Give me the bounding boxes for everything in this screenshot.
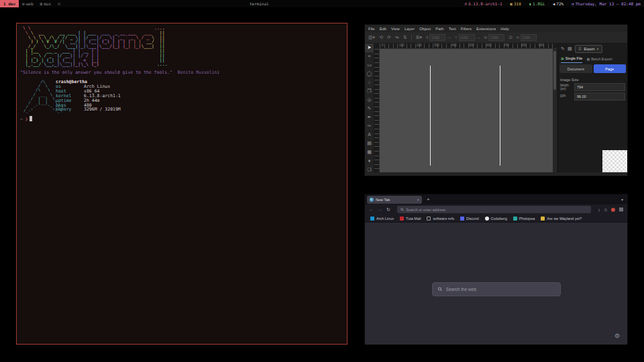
text-cursor: [30, 116, 32, 121]
bookmark-item[interactable]: Tuta Mail: [400, 217, 421, 221]
shell-prompt[interactable]: ~❯: [20, 116, 32, 122]
workspace-1[interactable]: 1 dev: [0, 0, 19, 7]
new-tab-button[interactable]: +: [427, 196, 430, 204]
workspace-3[interactable]: ⊞mux: [37, 0, 54, 7]
menu-item-path[interactable]: Path: [435, 27, 443, 31]
workspace-list: 1 dev⚙web⊞mux❐: [0, 0, 64, 7]
bookmark-item[interactable]: Photopea: [513, 217, 535, 221]
x-spinner[interactable]: −+: [447, 36, 451, 40]
gear-icon[interactable]: ⚙: [614, 333, 620, 339]
ruler-label: 400: [451, 44, 457, 47]
height-field[interactable]: H0.000: [517, 34, 537, 41]
downloads-icon[interactable]: ↓: [598, 207, 600, 212]
star-tool-icon[interactable]: ☆: [365, 78, 374, 87]
workspace-4[interactable]: ❐: [54, 0, 64, 7]
forward-icon[interactable]: →: [378, 207, 382, 212]
close-icon[interactable]: ×: [596, 47, 598, 51]
terminal-window[interactable]: \ \ .... \ \ __ __ ___ | | ___ ___ _ __ …: [16, 23, 347, 345]
browser-window[interactable]: New Tab × + ▾ ← → ↻ ⚲ Search or enter ad…: [364, 194, 628, 345]
menu-item-text[interactable]: Text: [449, 27, 456, 31]
export-width-input[interactable]: 794: [574, 83, 625, 91]
canvas-vertical-scrollbar[interactable]: [553, 49, 557, 174]
box3d-tool-icon[interactable]: ❒: [365, 87, 374, 96]
h-value[interactable]: 0.000: [521, 34, 537, 41]
toolbox: ➤⌖▭◯☆❒◎✎✒✑A▤▦♦❏: [365, 44, 374, 174]
y-value[interactable]: 0.000: [459, 34, 475, 41]
url-bar[interactable]: ⚲ Search or enter address: [397, 206, 591, 213]
spiral-tool-icon[interactable]: ◎: [365, 96, 374, 105]
menu-item-extensions[interactable]: Extensions: [476, 27, 496, 31]
menu-item-file[interactable]: File: [368, 27, 375, 31]
ram-icon: ▮: [529, 1, 531, 6]
w-value[interactable]: 0.000: [488, 34, 504, 41]
export-panel: ✎ ▤ ⇩Export× ▣Single File ▦Batch Export …: [557, 44, 627, 174]
pencil-dock-icon[interactable]: ✎: [561, 46, 565, 52]
tab-list-chevron-icon[interactable]: ▾: [621, 196, 623, 204]
canvas[interactable]: [380, 49, 553, 174]
menu-item-layer[interactable]: Layer: [405, 27, 415, 31]
tab-batch-export[interactable]: ▦Batch Export: [586, 54, 612, 63]
reload-icon[interactable]: ↻: [386, 207, 390, 213]
menu-item-object[interactable]: Object: [419, 27, 431, 31]
lock-ratio-icon[interactable]: ⊙: [508, 35, 513, 40]
tab-single-file[interactable]: ▣Single File: [561, 54, 582, 63]
document-button[interactable]: Document: [559, 64, 592, 73]
menu-item-help[interactable]: Help: [500, 27, 508, 31]
selector-tool-icon[interactable]: ➤: [365, 44, 374, 52]
rotate-cw-icon[interactable]: ⟳: [387, 35, 391, 40]
swatches-dock-icon[interactable]: ▤: [568, 46, 572, 52]
calligraphy-tool-icon[interactable]: ✑: [365, 121, 374, 130]
bookmark-item[interactable]: software refs: [427, 217, 453, 221]
bookmark-item[interactable]: Are we Wayland yet?: [541, 217, 582, 221]
workspace-2[interactable]: ⚙web: [19, 0, 36, 7]
export-dpi-input[interactable]: 96.00: [574, 93, 625, 101]
fetch-row-memory: memory3296M / 32019M: [56, 107, 121, 112]
mesh-tool-icon[interactable]: ▦: [365, 147, 374, 156]
export-dock-tab[interactable]: ⇩Export×: [575, 45, 602, 53]
back-icon[interactable]: ←: [369, 207, 374, 212]
node-tool-icon[interactable]: ⌖: [365, 52, 374, 61]
adblock-extension-icon[interactable]: [611, 208, 615, 212]
active-tab[interactable]: New Tab ×: [367, 196, 422, 204]
bookmark-item[interactable]: Discord: [460, 217, 479, 221]
flip-horizontal-icon[interactable]: ⇋: [395, 35, 399, 40]
horizontal-ruler[interactable]: 0100200300400500600700800900: [380, 44, 557, 49]
bookmark-item[interactable]: Codeberg: [485, 217, 507, 221]
pen-tool-icon[interactable]: ✒: [365, 113, 374, 122]
y-coordinate-field[interactable]: Y0.000−+: [455, 34, 480, 41]
rotate-ccw-icon[interactable]: ⟲: [379, 35, 383, 40]
flip-vertical-icon[interactable]: ⇅: [403, 35, 407, 40]
width-field[interactable]: W0.000: [484, 34, 504, 41]
menu-item-filters[interactable]: Filters: [461, 27, 472, 31]
scrollbar-thumb[interactable]: [553, 51, 556, 90]
web-search-box[interactable]: ⚲ Search the web: [432, 282, 561, 296]
w-label: W: [484, 36, 487, 40]
tab-close-icon[interactable]: ×: [417, 198, 419, 202]
home-icon[interactable]: ⌂: [604, 207, 607, 212]
status-kernel-text: 6.13.8-arch1-1: [468, 1, 502, 6]
x-value[interactable]: 0.000: [429, 34, 445, 41]
page-button[interactable]: Page: [594, 64, 627, 73]
x-coordinate-field[interactable]: X0.000−+: [426, 34, 451, 41]
dropper-tool-icon[interactable]: ♦: [365, 156, 374, 165]
fetch-rows: osArch Linuxhostx86_64kernel6.13.8-arch1…: [56, 84, 121, 112]
text-tool-icon[interactable]: A: [365, 130, 374, 139]
inkscape-window[interactable]: FileEditViewLayerObjectPathTextFiltersEx…: [364, 24, 628, 176]
menu-item-view[interactable]: View: [391, 27, 400, 31]
pencil-tool-icon[interactable]: ✎: [365, 105, 374, 113]
menu-icon[interactable]: [619, 209, 623, 210]
y-spinner[interactable]: −+: [476, 36, 480, 40]
status-packages: ▣310: [510, 1, 521, 6]
batch-export-icon: ▦: [586, 57, 590, 61]
width-px-label: Width (px): [560, 84, 572, 91]
menu-item-edit[interactable]: Edit: [380, 27, 386, 31]
gradient-tool-icon[interactable]: ▤: [365, 139, 374, 147]
rect-tool-icon[interactable]: ▭: [365, 61, 374, 70]
bookmark-item[interactable]: Arch Linux: [370, 217, 394, 221]
vertical-ruler[interactable]: [374, 49, 380, 174]
snap-options-icon[interactable]: ⊞▾: [416, 35, 422, 40]
ellipse-tool-icon[interactable]: ◯: [365, 70, 374, 78]
image-size-label: Image Size: [560, 78, 627, 82]
status-volume: ◀72%: [553, 1, 564, 6]
selector-presets-icon[interactable]: ▥▾: [368, 35, 375, 40]
